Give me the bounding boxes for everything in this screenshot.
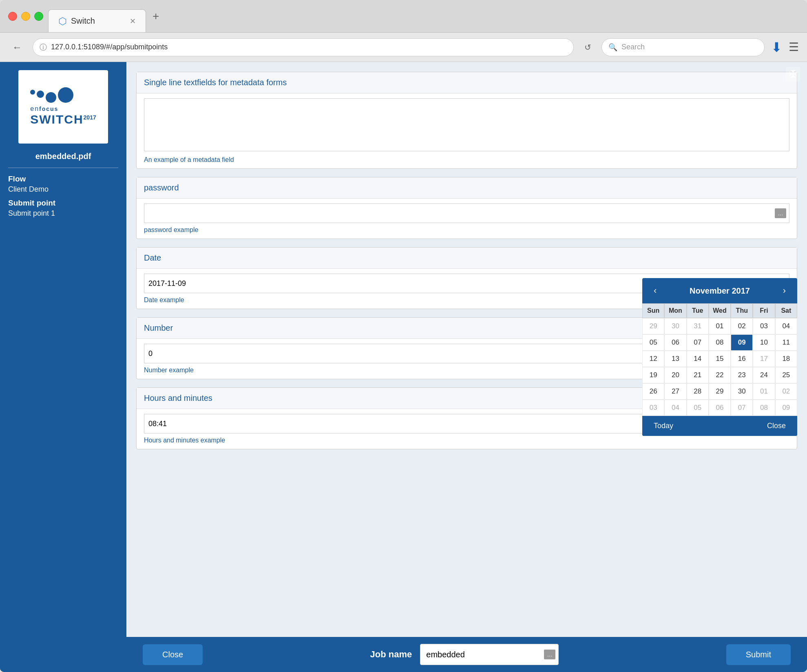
cal-day[interactable]: 17 xyxy=(753,351,775,367)
job-name-input-wrapper: … xyxy=(420,644,559,665)
maximize-window-button[interactable] xyxy=(34,12,43,21)
cal-day[interactable]: 01 xyxy=(709,318,731,334)
footer-bar: Close Job name … Submit xyxy=(126,637,807,672)
section2-description: password example xyxy=(144,226,789,234)
section1-title: Single line textfields for metadata form… xyxy=(144,78,287,87)
refresh-button[interactable]: ↺ xyxy=(580,40,595,55)
cal-day[interactable]: 20 xyxy=(664,367,686,383)
tab-app-icon: ⬡ xyxy=(58,15,67,27)
close-window-button[interactable] xyxy=(8,12,17,21)
cal-day[interactable]: 16 xyxy=(731,351,753,367)
download-button[interactable]: ⬇ xyxy=(771,40,782,55)
cal-day[interactable]: 23 xyxy=(731,367,753,383)
cal-day[interactable]: 07 xyxy=(687,334,709,351)
cal-day[interactable]: 24 xyxy=(753,367,775,383)
cal-day[interactable]: 02 xyxy=(775,383,797,400)
calendar-popup: ‹ November 2017 › Sun Mon Tue Wed Thu Fr… xyxy=(642,278,797,436)
cal-day[interactable]: 05 xyxy=(687,400,709,416)
section3-title: Date xyxy=(144,253,161,262)
active-tab[interactable]: ⬡ Switch ✕ xyxy=(48,9,146,32)
section1-textarea[interactable] xyxy=(144,98,789,151)
cal-day[interactable]: 28 xyxy=(687,383,709,400)
tab-title: Switch xyxy=(71,16,95,26)
flow-name: Client Demo xyxy=(8,185,49,193)
calendar-close-button[interactable]: Close xyxy=(763,420,790,432)
search-bar[interactable]: 🔍 Search xyxy=(601,38,765,56)
footer-job-name-group: Job name … xyxy=(370,644,559,665)
cal-day[interactable]: 12 xyxy=(642,351,664,367)
cal-day[interactable]: 06 xyxy=(664,334,686,351)
cal-day[interactable]: 02 xyxy=(731,318,753,334)
cal-day[interactable]: 05 xyxy=(642,334,664,351)
cal-day[interactable]: 15 xyxy=(709,351,731,367)
calendar-next-button[interactable]: › xyxy=(779,284,790,298)
password-input[interactable] xyxy=(144,203,789,223)
day-header-mon: Mon xyxy=(664,303,686,318)
traffic-lights xyxy=(8,12,43,21)
bubble-xs xyxy=(30,90,35,95)
new-tab-button[interactable]: + xyxy=(149,7,162,26)
submit-point-name: Submit point 1 xyxy=(8,209,55,217)
cal-day[interactable]: 25 xyxy=(775,367,797,383)
calendar-today-button[interactable]: Today xyxy=(650,420,677,432)
cal-day[interactable]: 29 xyxy=(642,318,664,334)
expand-button[interactable]: ✠ xyxy=(786,67,800,82)
section1-description: An example of a metadata field xyxy=(144,156,789,164)
search-placeholder: Search xyxy=(621,43,645,51)
menu-button[interactable]: ☰ xyxy=(789,40,799,54)
cal-day[interactable]: 03 xyxy=(642,400,664,416)
cal-day[interactable]: 13 xyxy=(664,351,686,367)
form-section-textfield: Single line textfields for metadata form… xyxy=(136,72,797,169)
cal-day[interactable]: 30 xyxy=(664,318,686,334)
section1-body: An example of a metadata field xyxy=(137,93,797,168)
tab-close-button[interactable]: ✕ xyxy=(130,17,136,26)
cal-day[interactable]: 08 xyxy=(709,334,731,351)
calendar-month-year: November 2017 xyxy=(690,286,750,296)
cal-day[interactable]: 10 xyxy=(753,334,775,351)
flow-label: Flow xyxy=(8,175,26,183)
section5-title: Hours and minutes xyxy=(144,393,212,402)
cal-day-selected[interactable]: 09 xyxy=(731,334,753,351)
footer-submit-button[interactable]: Submit xyxy=(726,644,791,665)
address-bar[interactable]: ⓘ 127.0.0.1:51089/#/app/submitpoints xyxy=(33,38,574,56)
cal-day[interactable]: 18 xyxy=(775,351,797,367)
cal-day[interactable]: 03 xyxy=(753,318,775,334)
calendar-prev-button[interactable]: ‹ xyxy=(650,284,661,298)
back-button[interactable]: ← xyxy=(8,38,26,56)
browser-toolbar: ← ⓘ 127.0.0.1:51089/#/app/submitpoints ↺… xyxy=(0,33,807,62)
form-section-password: password … password example xyxy=(136,177,797,239)
cal-day[interactable]: 14 xyxy=(687,351,709,367)
cal-day[interactable]: 08 xyxy=(753,400,775,416)
footer-close-button[interactable]: Close xyxy=(143,644,203,665)
cal-day[interactable]: 29 xyxy=(709,383,731,400)
url-text: 127.0.0.1:51089/#/app/submitpoints xyxy=(51,43,567,51)
cal-day[interactable]: 07 xyxy=(731,400,753,416)
minimize-window-button[interactable] xyxy=(21,12,30,21)
job-name-input[interactable] xyxy=(420,644,559,665)
cal-day[interactable]: 30 xyxy=(731,383,753,400)
cal-day[interactable]: 01 xyxy=(753,383,775,400)
calendar-days: 29 30 31 01 02 03 04 05 06 07 08 xyxy=(642,318,797,416)
cal-day[interactable]: 09 xyxy=(775,400,797,416)
cal-day[interactable]: 19 xyxy=(642,367,664,383)
cal-day[interactable]: 11 xyxy=(775,334,797,351)
cal-day[interactable]: 04 xyxy=(664,400,686,416)
cal-day[interactable]: 31 xyxy=(687,318,709,334)
cal-day[interactable]: 06 xyxy=(709,400,731,416)
logo-box: enfocus SWITCH 2017 xyxy=(18,70,108,144)
bubble-md xyxy=(46,92,56,103)
section2-body: … password example xyxy=(137,199,797,239)
logo-bubbles xyxy=(30,87,73,103)
job-name-icon: … xyxy=(544,650,555,659)
cal-day[interactable]: 27 xyxy=(664,383,686,400)
logo-brand-text: enfocus SWITCH 2017 xyxy=(30,105,96,126)
cal-day[interactable]: 21 xyxy=(687,367,709,383)
bubble-lg xyxy=(58,87,73,103)
browser-titlebar: ⬡ Switch ✕ + xyxy=(0,0,807,33)
cal-day[interactable]: 26 xyxy=(642,383,664,400)
cal-day[interactable]: 04 xyxy=(775,318,797,334)
cal-day[interactable]: 22 xyxy=(709,367,731,383)
password-icon: … xyxy=(775,208,786,218)
password-input-wrapper: … xyxy=(144,203,789,223)
sidebar-divider xyxy=(8,168,118,168)
